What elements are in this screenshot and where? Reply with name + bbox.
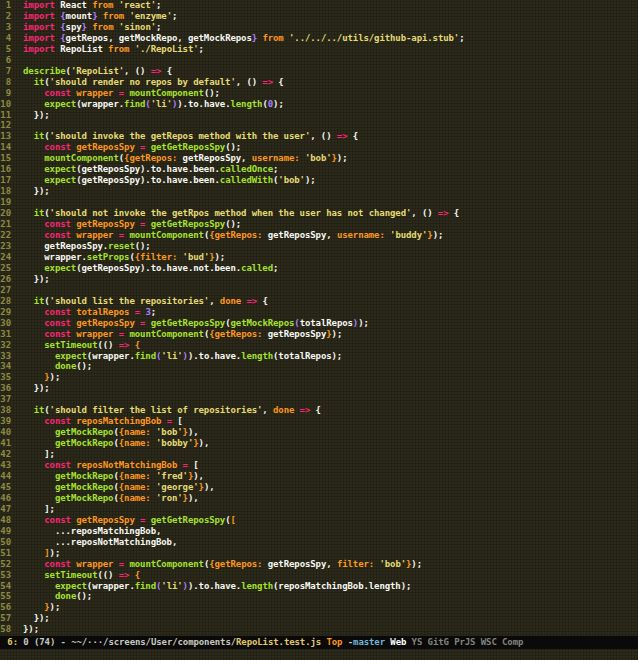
code-line[interactable]: 30 const getReposSpy = getGetReposSpy(ge…	[0, 318, 638, 329]
code-text: it('should filter the list of repositori…	[11, 405, 321, 416]
code-line[interactable]: 35 });	[0, 372, 638, 383]
code-text	[11, 285, 23, 296]
code-line[interactable]: 22 const wrapper = mountComponent({getRe…	[0, 230, 638, 241]
code-line[interactable]: 51 ]);	[0, 548, 638, 559]
code-line[interactable]: 24 wrapper.setProps({filter: 'bud'});	[0, 252, 638, 263]
code-line[interactable]: 54 expect(wrapper.find('li')).to.have.le…	[0, 581, 638, 592]
line-number: 30	[0, 318, 11, 329]
code-line[interactable]: 41 getMockRepo({name: 'bobby'}),	[0, 438, 638, 449]
code-line[interactable]: 42 ];	[0, 449, 638, 460]
code-text	[11, 394, 23, 405]
code-text: it('should render no repos by default', …	[11, 77, 284, 88]
code-line[interactable]: 6	[0, 55, 638, 66]
code-buffer[interactable]: 1import React from 'react';2import {moun…	[0, 0, 638, 636]
code-text: getReposSpy.reset();	[11, 241, 151, 252]
code-line[interactable]: 39 const reposMatchingBob = [	[0, 416, 638, 427]
code-text: const getReposSpy = getGetReposSpy([	[11, 515, 236, 526]
code-line[interactable]: 18 });	[0, 186, 638, 197]
code-line[interactable]: 3import {spy} from 'sinon';	[0, 22, 638, 33]
code-text: ...reposMatchingBob,	[11, 526, 161, 537]
code-line[interactable]: 48 const getReposSpy = getGetReposSpy([	[0, 515, 638, 526]
code-line[interactable]: 37	[0, 394, 638, 405]
code-line[interactable]: 32 setTimeout(() => {	[0, 340, 638, 351]
line-number: 52	[0, 559, 11, 570]
line-number: 31	[0, 329, 11, 340]
line-number: 25	[0, 263, 11, 274]
code-text: expect(getReposSpy).to.have.been.calledO…	[11, 164, 278, 175]
code-line[interactable]: 9 const wrapper = mountComponent();	[0, 88, 638, 99]
code-line[interactable]: 58});	[0, 624, 638, 635]
code-text: });	[11, 274, 50, 285]
code-line[interactable]: 28 it('should list the repositories', do…	[0, 296, 638, 307]
code-text: import {mount} from 'enzyme';	[11, 11, 177, 22]
line-number: 21	[0, 219, 11, 230]
code-text: setTimeout(() => {	[11, 570, 140, 581]
code-line[interactable]: 17 expect(getReposSpy).to.have.been.call…	[0, 175, 638, 186]
code-line[interactable]: 43 const reposNotMatchingBob = [	[0, 460, 638, 471]
code-text: wrapper.setProps({filter: 'bud'});	[11, 252, 225, 263]
code-text: import React from 'react';	[11, 0, 161, 11]
line-number: 17	[0, 175, 11, 186]
code-line[interactable]: 13 it('should invoke the getRepos method…	[0, 131, 638, 142]
code-line[interactable]: 31 const wrapper = mountComponent({getRe…	[0, 329, 638, 340]
code-line[interactable]: 16 expect(getReposSpy).to.have.been.call…	[0, 164, 638, 175]
code-line[interactable]: 25 expect(getReposSpy).to.have.not.been.…	[0, 263, 638, 274]
emacs-window: 1import React from 'react';2import {moun…	[0, 0, 638, 660]
line-number: 19	[0, 197, 11, 208]
code-line[interactable]: 49 ...reposMatchingBob,	[0, 526, 638, 537]
modeline-file-path: ~~/···/screens/User/components/	[71, 637, 236, 647]
code-text: const reposNotMatchingBob = [	[11, 460, 199, 471]
code-line[interactable]: 55 done();	[0, 591, 638, 602]
code-line[interactable]: 11 });	[0, 110, 638, 121]
code-line[interactable]: 14 const getReposSpy = getGetReposSpy();	[0, 142, 638, 153]
line-number: 9	[0, 88, 11, 99]
code-line[interactable]: 19	[0, 197, 638, 208]
code-line[interactable]: 29 const totalRepos = 3;	[0, 307, 638, 318]
line-number: 47	[0, 504, 11, 515]
code-text: const wrapper = mountComponent({getRepos…	[11, 329, 342, 340]
code-line[interactable]: 5import RepoList from './RepoList';	[0, 44, 638, 55]
code-line[interactable]: 20 it('should not invoke the getRpos met…	[0, 208, 638, 219]
line-number: 58	[0, 624, 11, 635]
code-line[interactable]: 26 });	[0, 274, 638, 285]
code-line[interactable]: 56 });	[0, 602, 638, 613]
code-line[interactable]: 27	[0, 285, 638, 296]
code-line[interactable]: 15 mountComponent({getRepos: getReposSpy…	[0, 153, 638, 164]
code-line[interactable]: 1import React from 'react';	[0, 0, 638, 11]
code-line[interactable]: 8 it('should render no repos by default'…	[0, 77, 638, 88]
code-line[interactable]: 23 getReposSpy.reset();	[0, 241, 638, 252]
code-text: import {spy} from 'sinon';	[11, 22, 161, 33]
code-text: getMockRepo({name: 'bobby'}),	[11, 438, 209, 449]
code-line[interactable]: 33 expect(wrapper.find('li')).to.have.le…	[0, 351, 638, 362]
code-line[interactable]: 52 const wrapper = mountComponent({getRe…	[0, 559, 638, 570]
code-line[interactable]: 57 });	[0, 613, 638, 624]
code-line[interactable]: 50 ...reposNotMatchingBob,	[0, 537, 638, 548]
code-line[interactable]: 44 getMockRepo({name: 'fred'}),	[0, 471, 638, 482]
code-line[interactable]: 7describe('RepoList', () => {	[0, 66, 638, 77]
code-line[interactable]: 36 });	[0, 383, 638, 394]
code-text: expect(wrapper.find('li')).to.have.lengt…	[11, 99, 284, 110]
code-text: getMockRepo({name: 'ron'}),	[11, 493, 199, 504]
code-text: const getReposSpy = getGetReposSpy(getMo…	[11, 318, 369, 329]
code-line[interactable]: 21 const getReposSpy = getGetReposSpy();	[0, 219, 638, 230]
modeline-cursor-position: 6:	[2, 637, 18, 647]
code-line[interactable]: 47 ];	[0, 504, 638, 515]
code-line[interactable]: 34 done();	[0, 361, 638, 372]
code-line[interactable]: 40 getMockRepo({name: 'bob'}),	[0, 427, 638, 438]
code-text: setTimeout(() => {	[11, 340, 140, 351]
code-line[interactable]: 46 getMockRepo({name: 'ron'}),	[0, 493, 638, 504]
modeline-minor-modes: YS GitG PrJS WSC Comp	[406, 637, 523, 647]
code-text: const wrapper = mountComponent({getRepos…	[11, 559, 422, 570]
line-number: 43	[0, 460, 11, 471]
code-line[interactable]: 12	[0, 120, 638, 131]
code-text: ...reposNotMatchingBob,	[11, 537, 177, 548]
mode-line: 6: 0 (74) - ~~/···/screens/User/componen…	[0, 636, 638, 649]
code-line[interactable]: 53 setTimeout(() => {	[0, 570, 638, 581]
code-line[interactable]: 45 getMockRepo({name: 'george'}),	[0, 482, 638, 493]
code-line[interactable]: 2import {mount} from 'enzyme';	[0, 11, 638, 22]
code-line[interactable]: 4import {getRepos, getMockRepo, getMockR…	[0, 33, 638, 44]
code-line[interactable]: 10 expect(wrapper.find('li')).to.have.le…	[0, 99, 638, 110]
code-line[interactable]: 38 it('should filter the list of reposit…	[0, 405, 638, 416]
minibuffer[interactable]: Quit	[0, 649, 638, 660]
line-number: 37	[0, 394, 11, 405]
